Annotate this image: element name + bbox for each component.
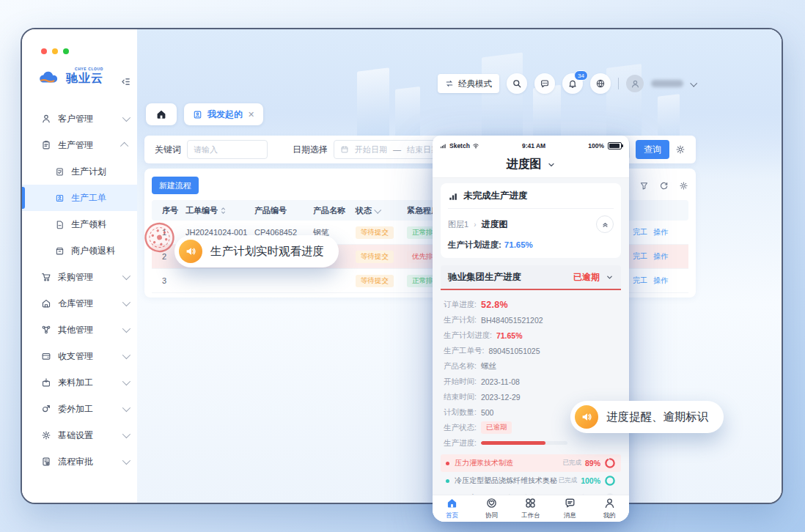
process-row[interactable]: 压力灌浆技术制造已完成89% [441, 454, 621, 472]
row-action-link[interactable]: 完工 [633, 251, 647, 262]
new-process-button[interactable]: 新建流程 [152, 177, 199, 194]
completion-ring-icon [604, 457, 616, 469]
battery-percent: 100% [588, 142, 604, 149]
keyword-input[interactable] [187, 140, 268, 159]
nav-label: 协同 [485, 511, 498, 520]
chevron-down-icon [122, 325, 131, 333]
wifi-icon [472, 142, 479, 149]
done-percent: 89% [585, 459, 600, 468]
sidebar-item-finance[interactable]: 收支管理 [22, 343, 137, 369]
filter-settings-icon[interactable] [675, 144, 685, 155]
sort-icon[interactable] [220, 207, 227, 215]
tab-my-initiated[interactable]: 我发起的 ✕ [184, 103, 263, 125]
sidebar-item-label: 其他管理 [58, 324, 93, 336]
process-row[interactable]: 冷压定型塑品浇炼纤维技术奥秘已完成100% [441, 472, 621, 489]
refresh-icon[interactable] [659, 181, 669, 191]
language-button[interactable] [590, 73, 611, 94]
sidebar-item-picking[interactable]: 生产领料 [22, 211, 137, 237]
breadcrumb: 图层1 › 进度图 [448, 215, 614, 233]
sidebar-item-plan[interactable]: 生产计划 [22, 158, 137, 185]
sidebar-item-label: 生产计划 [71, 166, 106, 178]
column-header[interactable]: 状态 [356, 205, 407, 216]
detail-label: 计划数量: [444, 407, 477, 418]
sidebar-item-merchant-return[interactable]: 商户领退料 [22, 237, 137, 264]
detail-label: 订单进度: [444, 300, 477, 310]
home-icon [41, 298, 51, 309]
detail-row: 生产工单号:890451051025 [444, 343, 618, 358]
top-toolbar: 经典模式 34 [144, 73, 696, 94]
group-progress-header[interactable]: 驰业集团生产进度 已逾期 [441, 265, 621, 290]
card-icon [55, 193, 65, 203]
close-tab-icon[interactable]: ✕ [248, 110, 254, 119]
ret-icon [55, 246, 65, 256]
sidebar-item-base-settings[interactable]: 基础设置 [22, 422, 137, 448]
chevron-down-icon [122, 457, 131, 465]
filter-funnel-icon[interactable] [639, 181, 649, 191]
status-badge: 等待提交 [356, 226, 394, 239]
search-submit-button[interactable]: 查询 [636, 140, 669, 159]
sidebar-collapse-icon[interactable] [120, 76, 131, 90]
column-header[interactable]: 工单编号 [185, 205, 254, 216]
search-button[interactable] [507, 73, 527, 94]
phone-nav-nhome[interactable]: 首页 [433, 495, 472, 522]
row-action-link[interactable]: 操作 [653, 227, 668, 237]
sidebar-item-label: 生产领料 [71, 218, 106, 231]
nhome-icon [446, 497, 458, 511]
row-action-link[interactable]: 操作 [653, 251, 668, 262]
sidebar-item-customer[interactable]: 客户管理 [22, 106, 137, 132]
date-range-picker[interactable]: 开始日期 — 结束日期 [334, 140, 446, 159]
phone-nav-nmine[interactable]: 我的 [589, 495, 629, 522]
phone-nav-nmsg[interactable]: 消息 [551, 495, 590, 522]
overdue-badge: 已逾期 [481, 421, 512, 434]
phone-status-bar: Sketch 9:41 AM 100% [433, 136, 629, 152]
home-tab-button[interactable] [146, 103, 177, 125]
chevron-down-icon [547, 160, 556, 169]
zoom-window-button[interactable] [63, 48, 69, 54]
column-header[interactable]: 序号 [162, 205, 185, 216]
collapse-card-button[interactable] [596, 215, 614, 233]
speaker-icon[interactable] [575, 405, 598, 429]
sidebar-item-approval[interactable]: 流程审批 [22, 448, 137, 475]
process-name: 压力灌浆技术制造 [455, 458, 513, 468]
phone-nav-ncollab[interactable]: 协同 [472, 495, 512, 522]
detail-value: 2023-11-08 [481, 377, 520, 386]
process-name: 冷压定型塑品浇炼纤维技术奥秘 [455, 476, 557, 486]
sidebar-item-label: 生产工单 [71, 192, 106, 204]
sidebar-item-other[interactable]: 其他管理 [22, 317, 137, 343]
ncollab-icon [485, 497, 498, 511]
column-settings-icon[interactable] [679, 181, 688, 191]
sidebar-item-workorder[interactable]: 生产工单 [22, 185, 137, 211]
calendar-icon [340, 145, 349, 154]
detail-label: 生产状态: [444, 423, 477, 433]
chevron-down-icon[interactable] [374, 206, 381, 213]
sidebar-item-label: 仓库管理 [58, 298, 93, 310]
notifications-button[interactable]: 34 [562, 73, 583, 94]
sidebar-item-incoming[interactable]: 来料加工 [22, 369, 137, 396]
minimize-window-button[interactable] [52, 48, 58, 54]
window-controls[interactable] [41, 48, 69, 54]
sidebar-item-purchase[interactable]: 采购管理 [22, 264, 137, 290]
classic-mode-button[interactable]: 经典模式 [438, 74, 499, 93]
column-header[interactable]: 产品名称 [313, 205, 356, 216]
sidebar-item-warehouse[interactable]: 仓库管理 [22, 290, 137, 317]
speaker-icon[interactable] [179, 240, 202, 263]
messages-button[interactable] [534, 73, 555, 94]
phone-page-title[interactable]: 进度图 [433, 152, 629, 178]
row-action-link[interactable]: 完工 [633, 227, 647, 237]
user-avatar[interactable] [626, 75, 644, 92]
sidebar-item-label: 生产管理 [58, 139, 93, 152]
row-action-link[interactable]: 完工 [633, 276, 647, 286]
phone-nav-nwork[interactable]: 工作台 [511, 495, 551, 522]
appr-icon [41, 457, 51, 467]
voice-tip-realtime: 生产计划实时观看进度 [174, 235, 339, 267]
search-icon [512, 78, 522, 89]
sidebar-item-label: 商户领退料 [71, 245, 115, 257]
chevron-down-icon [122, 272, 131, 280]
status-badge: 等待提交 [356, 251, 394, 263]
close-window-button[interactable] [41, 48, 47, 54]
sidebar-item-outsourcing[interactable]: 委外加工 [22, 396, 137, 422]
row-action-link[interactable]: 操作 [653, 276, 668, 286]
column-header[interactable]: 产品编号 [254, 205, 313, 216]
sidebar-item-production[interactable]: 生产管理 [22, 132, 137, 158]
swap-icon [445, 79, 454, 88]
